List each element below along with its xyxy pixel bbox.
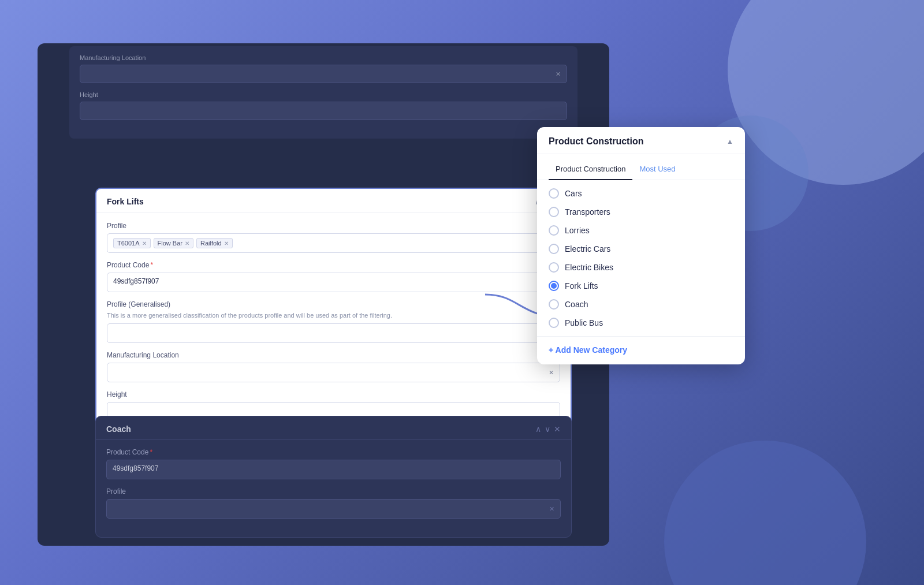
popup-divider (537, 336, 745, 337)
option-lorries[interactable]: Lorries (549, 225, 733, 236)
coach-card: Coach ∧ ∨ ✕ Product Code* 49sdfg857f907 (95, 416, 572, 538)
popup-options-scroll[interactable]: Cars Transporters Lorries Electric Cars (537, 180, 745, 334)
profile-tags-group: T6001A ✕ Flow Bar ✕ Railfold ✕ (113, 238, 233, 248)
coach-product-code-input[interactable]: 49sdfg857f907 (106, 460, 561, 479)
tab-product-construction[interactable]: Product Construction (549, 161, 632, 180)
manufacturing-location-label-top: Manufacturing Location (80, 54, 567, 61)
option-transporters[interactable]: Transporters (549, 207, 733, 217)
popup-collapse-icon[interactable]: ▲ (726, 137, 733, 146)
height-input-top[interactable] (80, 102, 567, 120)
option-electric-cars-label: Electric Cars (565, 244, 610, 254)
radio-cars (549, 188, 559, 199)
fork-lifts-card-body: Profile T6001A ✕ Flow Bar ✕ (96, 213, 571, 441)
add-category-link[interactable]: + Add New Category (549, 345, 627, 355)
option-lorries-label: Lorries (565, 226, 590, 235)
radio-lorries (549, 225, 559, 236)
fork-lifts-card-header: Fork Lifts ∧ ∨ ✕ (96, 189, 571, 213)
coach-profile-label: Profile (106, 487, 561, 495)
option-cars[interactable]: Cars (549, 188, 733, 199)
manufacturing-clear-top[interactable]: ✕ (556, 70, 561, 78)
coach-close-icon[interactable]: ✕ (554, 424, 561, 434)
option-electric-bikes[interactable]: Electric Bikes (549, 262, 733, 273)
required-marker: * (150, 261, 153, 269)
tag-railfold-remove[interactable]: ✕ (224, 240, 229, 247)
option-fork-lifts-label: Fork Lifts (565, 281, 598, 290)
popup-title: Product Construction (549, 136, 643, 147)
manufacturing-location-input-top[interactable]: ✕ (80, 65, 567, 83)
manufacturing-location-input[interactable]: ✕ (107, 363, 560, 382)
coach-card-body: Product Code* 49sdfg857f907 Profile ✕ (96, 440, 571, 537)
main-screen: Manufacturing Location ✕ Height Fork Lif… (38, 43, 609, 546)
height-field-top: Height (80, 91, 567, 120)
radio-electric-bikes (549, 262, 559, 273)
radio-electric-cars (549, 244, 559, 254)
tag-flowbar-label: Flow Bar (158, 240, 182, 247)
product-code-label: Product Code* (107, 261, 560, 269)
height-label: Height (107, 390, 560, 398)
profile-generalised-field: Profile (Generalised) This is a more gen… (107, 300, 560, 343)
background: Manufacturing Location ✕ Height Fork Lif… (0, 0, 924, 585)
option-electric-bikes-label: Electric Bikes (565, 263, 613, 272)
tag-t6001a-remove[interactable]: ✕ (142, 240, 147, 247)
tag-railfold-label: Railfold (200, 240, 222, 247)
coach-required-marker: * (150, 448, 152, 456)
top-partial-card: Manufacturing Location ✕ Height (69, 46, 578, 139)
radio-transporters (549, 207, 559, 217)
profile-field: Profile T6001A ✕ Flow Bar ✕ (107, 222, 560, 253)
tag-flowbar: Flow Bar ✕ (154, 238, 193, 248)
radio-public-bus (549, 318, 559, 328)
tag-t6001a-label: T6001A (117, 240, 140, 247)
radio-fork-lifts (549, 281, 559, 291)
coach-profile-field: Profile ✕ (106, 487, 561, 519)
product-code-field: Product Code* 49sdfg857f907 (107, 261, 560, 292)
coach-profile-clear[interactable]: ✕ (549, 505, 554, 513)
popup-tabs: Product Construction Most Used (537, 154, 745, 180)
profile-generalised-select[interactable]: ▼ (107, 323, 560, 343)
option-transporters-label: Transporters (565, 207, 610, 217)
coach-profile-input[interactable]: ✕ (106, 499, 561, 519)
option-fork-lifts[interactable]: Fork Lifts (549, 281, 733, 291)
tag-railfold: Railfold ✕ (196, 238, 233, 248)
tag-flowbar-remove[interactable]: ✕ (185, 240, 189, 247)
option-coach-label: Coach (565, 300, 588, 309)
fork-lifts-card: Fork Lifts ∧ ∨ ✕ Profile T6001A ✕ (95, 188, 572, 442)
manufacturing-location-clear[interactable]: ✕ (549, 369, 554, 377)
popup-header: Product Construction ▲ (537, 127, 745, 154)
product-construction-popup: Product Construction ▲ Product Construct… (537, 127, 745, 364)
coach-up-icon[interactable]: ∧ (535, 424, 541, 434)
radio-coach (549, 299, 559, 310)
coach-title: Coach (106, 424, 131, 434)
manufacturing-location-label: Manufacturing Location (107, 351, 560, 359)
height-label-top: Height (80, 91, 567, 98)
manufacturing-location-field: Manufacturing Location ✕ (107, 351, 560, 382)
popup-footer: + Add New Category (537, 339, 745, 364)
tab-most-used[interactable]: Most Used (632, 161, 682, 180)
profile-tags-input[interactable]: T6001A ✕ Flow Bar ✕ Railfold ✕ (107, 233, 560, 253)
coach-card-header: Coach ∧ ∨ ✕ (96, 416, 571, 440)
option-coach[interactable]: Coach (549, 299, 733, 310)
product-code-input[interactable]: 49sdfg857f907 (107, 273, 560, 292)
blob2 (664, 441, 866, 585)
manufacturing-location-field-top: Manufacturing Location ✕ (80, 54, 567, 83)
option-cars-label: Cars (565, 189, 582, 198)
fork-lifts-title: Fork Lifts (107, 197, 144, 206)
option-electric-cars[interactable]: Electric Cars (549, 244, 733, 254)
coach-product-code-field: Product Code* 49sdfg857f907 (106, 448, 561, 479)
profile-label: Profile (107, 222, 560, 230)
popup-options: Cars Transporters Lorries Electric Cars (537, 180, 745, 334)
tag-t6001a: T6001A ✕ (113, 238, 151, 248)
coach-down-icon[interactable]: ∨ (545, 424, 550, 434)
coach-product-code-label: Product Code* (106, 448, 561, 456)
option-public-bus[interactable]: Public Bus (549, 318, 733, 328)
profile-generalised-helper: This is a more generalised classificatio… (107, 312, 560, 319)
coach-controls: ∧ ∨ ✕ (535, 424, 561, 434)
option-public-bus-label: Public Bus (565, 318, 603, 327)
profile-generalised-label: Profile (Generalised) (107, 300, 560, 308)
